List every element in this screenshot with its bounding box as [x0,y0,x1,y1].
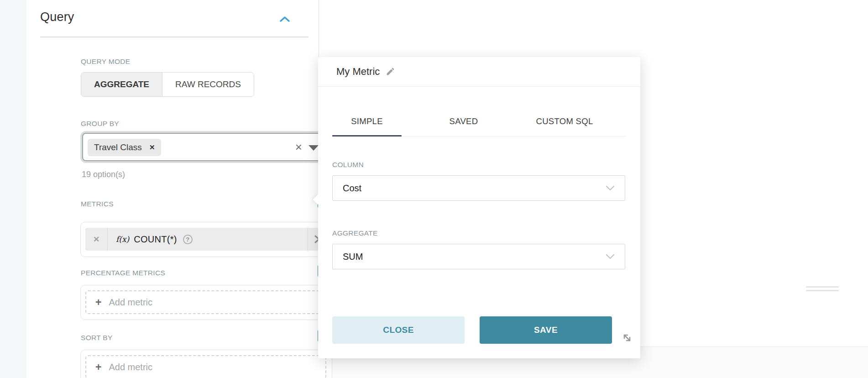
plus-icon: + [95,361,101,373]
query-mode-label: QUERY MODE [81,58,130,66]
options-count-hint: 19 option(s) [82,170,125,179]
drag-handle-line [806,286,839,288]
add-metric-placeholder: Add metric [109,362,152,373]
popover-header: My Metric [318,57,640,87]
save-button[interactable]: SAVE [480,316,612,344]
edit-title-pencil-icon[interactable] [386,67,395,78]
close-button[interactable]: CLOSE [332,316,465,344]
metric-name: COUNT(*) [134,234,177,245]
metric-editor-tabs: SIMPLE SAVED CUSTOM SQL [332,116,626,137]
column-value: Cost [343,183,606,194]
explore-screen: Query QUERY MODE AGGREGATE RAW RECORDS G… [0,0,868,378]
dropdown-caret-icon[interactable] [309,145,319,151]
query-mode-toggle: AGGREGATE RAW RECORDS [81,72,254,97]
column-select[interactable]: Cost [332,175,625,201]
group-by-chip[interactable]: Travel Class ✕ [88,139,161,156]
left-gutter [0,0,26,378]
sort-by-label: SORT BY [81,334,113,342]
aggregate-label: AGGREGATE [332,229,378,237]
help-icon[interactable]: ? [183,235,193,244]
tab-custom-sql[interactable]: CUSTOM SQL [528,116,601,126]
chevron-down-icon [606,254,615,259]
metric-pill[interactable]: ✕ f(x) COUNT(*) ? [85,228,326,251]
metrics-container: ✕ f(x) COUNT(*) ? [80,222,332,257]
add-sort-metric-dropzone[interactable]: + Add metric [85,355,326,378]
add-percentage-metric-dropzone[interactable]: + Add metric [85,290,326,314]
panel-resize-handle[interactable] [806,285,839,293]
drag-handle-line [806,290,839,291]
clear-all-icon[interactable]: × [295,140,302,154]
function-icon: f(x) [116,235,129,244]
tab-simple[interactable]: SIMPLE [332,116,402,126]
tab-saved[interactable]: SAVED [429,116,498,126]
section-title: Query [40,10,74,24]
metric-editor-popover: My Metric SIMPLE SAVED CUSTOM SQL COLUMN… [318,57,640,358]
resize-diagonal-icon[interactable] [621,331,633,344]
active-tab-indicator [332,135,402,136]
chip-remove-icon[interactable]: ✕ [149,143,155,152]
aggregate-select[interactable]: SUM [332,244,625,269]
column-label: COLUMN [332,161,364,169]
group-by-label: GROUP BY [81,120,119,128]
chevron-up-icon[interactable] [279,16,290,25]
chip-label: Travel Class [94,142,142,152]
plus-icon: + [95,296,101,309]
group-by-select[interactable]: Travel Class ✕ × [82,133,327,161]
percentage-metrics-container: + Add metric [80,285,332,320]
chevron-down-icon [606,185,615,191]
add-metric-placeholder: Add metric [109,297,152,308]
percentage-metrics-label: PERCENTAGE METRICS [81,269,165,277]
query-control-panel: Query QUERY MODE AGGREGATE RAW RECORDS G… [26,0,319,378]
aggregate-value: SUM [343,252,606,262]
query-section-header[interactable]: Query [40,10,305,28]
metrics-label: METRICS [81,200,114,208]
section-divider [40,37,309,37]
metric-title: My Metric [336,66,380,78]
sort-by-container: + Add metric [80,350,332,378]
raw-records-button[interactable]: RAW RECORDS [162,73,254,96]
pill-separator [107,228,108,251]
metric-remove-icon[interactable]: ✕ [85,235,107,244]
aggregate-button[interactable]: AGGREGATE [81,73,162,96]
